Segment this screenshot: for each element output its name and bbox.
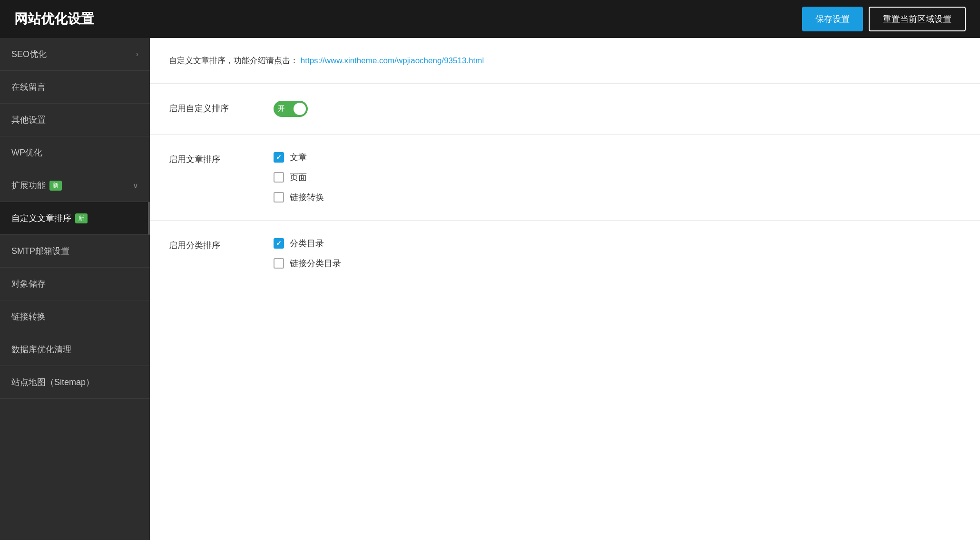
checkbox-page[interactable]: 页面 [274, 172, 961, 183]
sidebar-item-storage[interactable]: 对象储存 [0, 268, 150, 300]
checkbox-category-box[interactable] [274, 238, 284, 249]
sidebar-item-extend[interactable]: 扩展功能 新 ∨ [0, 169, 150, 202]
checkbox-link-category-box[interactable] [274, 258, 284, 269]
sidebar-item-seo-label: SEO优化 [11, 48, 47, 60]
category-sort-section-row: 启用分类排序 分类目录 链接分类目录 [150, 221, 980, 286]
header-buttons: 保存设置 重置当前区域设置 [802, 7, 966, 31]
header: 网站优化设置 保存设置 重置当前区域设置 [0, 0, 980, 38]
toggle-container: 开 [274, 101, 961, 117]
checkbox-page-box[interactable] [274, 172, 284, 183]
toggle-section-row: 启用自定义排序 开 [150, 84, 980, 135]
sidebar-item-other-label: 其他设置 [11, 114, 46, 125]
sidebar-item-comments-label: 在线留言 [11, 81, 46, 93]
category-sort-checkboxes: 分类目录 链接分类目录 [274, 238, 961, 269]
checkbox-link-convert-label: 链接转换 [290, 192, 324, 203]
sidebar-item-wp-label: WP优化 [11, 147, 42, 158]
page-title: 网站优化设置 [14, 10, 94, 28]
layout: SEO优化 › 在线留言 其他设置 WP优化 扩展功能 新 ∨ [0, 38, 980, 540]
sidebar-item-extend-label: 扩展功能 [11, 180, 46, 191]
sidebar-item-comments[interactable]: 在线留言 [0, 71, 150, 104]
checkbox-article-label: 文章 [290, 152, 307, 163]
checkbox-article[interactable]: 文章 [274, 152, 961, 163]
checkbox-link-category[interactable]: 链接分类目录 [274, 258, 961, 269]
reset-button[interactable]: 重置当前区域设置 [869, 7, 966, 31]
save-button[interactable]: 保存设置 [802, 7, 863, 31]
checkbox-category-label: 分类目录 [290, 238, 324, 249]
toggle-knob [294, 103, 306, 115]
checkbox-category[interactable]: 分类目录 [274, 238, 961, 249]
main-content: 自定义文章排序，功能介绍请点击： https://www.xintheme.co… [150, 38, 980, 540]
article-sort-section-row: 启用文章排序 文章 页面 链接转换 [150, 135, 980, 221]
checkbox-article-box[interactable] [274, 152, 284, 163]
sidebar-item-smtp-label: SMTP邮箱设置 [11, 245, 69, 257]
sidebar-item-other[interactable]: 其他设置 [0, 104, 150, 136]
sidebar-item-db[interactable]: 数据库优化清理 [0, 333, 150, 366]
info-row: 自定义文章排序，功能介绍请点击： https://www.xintheme.co… [150, 38, 980, 84]
sidebar-item-link-label: 链接转换 [11, 311, 46, 322]
sidebar-item-wp[interactable]: WP优化 [0, 136, 150, 169]
checkbox-link-convert-box[interactable] [274, 192, 284, 202]
info-link[interactable]: https://www.xintheme.com/wpjiaocheng/935… [301, 56, 484, 65]
custom-sort-toggle[interactable]: 开 [274, 101, 308, 117]
extend-badge: 新 [49, 181, 62, 191]
checkbox-link-convert[interactable]: 链接转换 [274, 192, 961, 203]
article-sort-label: 启用文章排序 [169, 152, 255, 165]
category-sort-label: 启用分类排序 [169, 238, 255, 251]
toggle-section-label: 启用自定义排序 [169, 101, 255, 114]
sidebar-item-sitemap[interactable]: 站点地图（Sitemap） [0, 366, 150, 399]
checkbox-page-label: 页面 [290, 172, 307, 183]
sidebar-item-storage-label: 对象储存 [11, 278, 46, 289]
chevron-down-icon: ∨ [133, 181, 138, 190]
sidebar-item-sitemap-label: 站点地图（Sitemap） [11, 376, 94, 388]
sidebar-item-db-label: 数据库优化清理 [11, 344, 71, 355]
chevron-right-icon: › [136, 50, 138, 58]
info-text: 自定义文章排序，功能介绍请点击： [169, 56, 298, 65]
sidebar-item-smtp[interactable]: SMTP邮箱设置 [0, 235, 150, 268]
checkbox-link-category-label: 链接分类目录 [290, 258, 341, 269]
sidebar: SEO优化 › 在线留言 其他设置 WP优化 扩展功能 新 ∨ [0, 38, 150, 540]
article-sort-checkboxes: 文章 页面 链接转换 [274, 152, 961, 203]
sidebar-item-custom-sort-label: 自定义文章排序 [11, 212, 71, 224]
sidebar-item-custom-sort[interactable]: 自定义文章排序 新 [0, 202, 150, 235]
sidebar-item-link[interactable]: 链接转换 [0, 300, 150, 333]
custom-sort-badge: 新 [75, 213, 88, 223]
toggle-on-label: 开 [278, 105, 284, 113]
sidebar-item-seo[interactable]: SEO优化 › [0, 38, 150, 71]
